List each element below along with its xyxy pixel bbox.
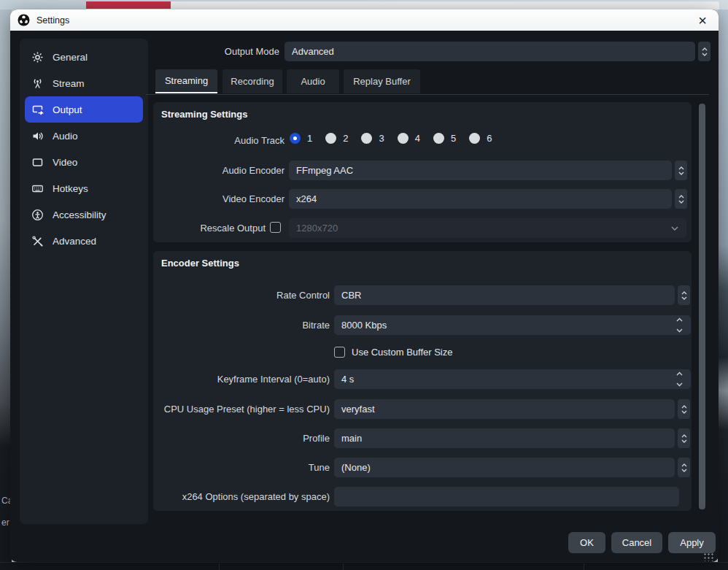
- keyboard-icon: [31, 182, 44, 195]
- chevron-up-down-icon: [681, 404, 688, 415]
- rescale-output-checkbox[interactable]: [270, 222, 281, 233]
- dock-separator: [584, 563, 584, 570]
- sidebar-item-general[interactable]: General: [25, 44, 143, 70]
- sidebar-item-label: Video: [53, 157, 77, 168]
- chevron-up-down-icon: [681, 463, 688, 473]
- audio-track-radio-5[interactable]: [433, 133, 444, 144]
- accessibility-icon: [31, 209, 44, 221]
- background-window-bar: [86, 1, 719, 9]
- sidebar-item-stream[interactable]: Stream: [25, 70, 143, 96]
- video-encoder-spinner[interactable]: [675, 189, 687, 209]
- close-icon[interactable]: ×: [694, 13, 711, 28]
- sidebar-item-accessibility[interactable]: Accessibility: [25, 201, 143, 228]
- chevron-down-icon: [670, 225, 679, 232]
- tab-streaming[interactable]: Streaming: [155, 69, 217, 93]
- tab-label: Audio: [301, 76, 325, 87]
- tab-label: Streaming: [165, 75, 208, 86]
- rescale-resolution-select[interactable]: 1280x720: [289, 218, 686, 238]
- resize-grip[interactable]: [703, 552, 713, 561]
- tab-label: Recording: [231, 76, 274, 87]
- x264-options-input[interactable]: [334, 487, 679, 507]
- output-mode-select[interactable]: Advanced: [284, 42, 695, 61]
- chevron-down-icon: [675, 382, 684, 388]
- sidebar-item-label: Hotkeys: [53, 183, 88, 194]
- audio-track-radio-3[interactable]: [361, 133, 372, 144]
- audio-encoder-select[interactable]: FFmpeg AAC: [289, 161, 672, 180]
- sidebar-item-video[interactable]: Video: [25, 149, 143, 175]
- video-encoder-select[interactable]: x264: [289, 189, 672, 209]
- use-custom-buffer-checkbox[interactable]: [334, 347, 345, 358]
- bitrate-spinbox[interactable]: 8000 Kbps: [334, 315, 691, 335]
- radio-label: 3: [379, 133, 384, 144]
- audio-encoder-label: Audio Encoder: [160, 165, 284, 176]
- audio-track-radios: 1 2 3 4 5 6: [290, 133, 498, 144]
- audio-encoder-value: FFmpeg AAC: [296, 165, 353, 176]
- chevron-up-down-icon: [678, 166, 685, 176]
- sidebar-item-label: Output: [53, 104, 82, 115]
- tab-row-divider: [146, 94, 709, 95]
- dialog-titlebar[interactable]: Settings ×: [10, 9, 719, 31]
- cpu-usage-preset-select[interactable]: veryfast: [334, 399, 675, 419]
- tab-recording[interactable]: Recording: [222, 69, 282, 93]
- sidebar-item-output[interactable]: Output: [25, 96, 143, 123]
- desktop: Ca er Settings × General: [0, 0, 728, 570]
- sidebar-item-advanced[interactable]: Advanced: [25, 228, 143, 254]
- rate-control-select[interactable]: CBR: [334, 285, 675, 305]
- audio-track-radio-4[interactable]: [398, 133, 408, 144]
- output-mode-spinner[interactable]: [698, 42, 710, 61]
- keyframe-interval-label: Keyframe Interval (0=auto): [160, 374, 330, 385]
- desktop-right-strip: [718, 9, 728, 570]
- dialog-title: Settings: [36, 15, 69, 26]
- audio-track-radio-6[interactable]: [469, 133, 480, 144]
- tune-spinner[interactable]: [678, 458, 690, 477]
- profile-spinner[interactable]: [678, 428, 690, 448]
- ok-button[interactable]: OK: [568, 532, 605, 553]
- use-custom-buffer-label: Use Custom Buffer Size: [352, 347, 452, 358]
- sidebar-item-label: Stream: [53, 78, 85, 89]
- output-mode-value: Advanced: [292, 46, 334, 57]
- dock-separator: [343, 563, 344, 570]
- tune-label: Tune: [160, 462, 330, 473]
- broadcast-icon: [31, 77, 44, 90]
- dock-separator: [219, 563, 220, 570]
- audio-encoder-spinner[interactable]: [675, 161, 687, 180]
- encoder-settings-group: Encoder Settings Rate Control CBR Bitrat…: [153, 251, 692, 511]
- output-icon: [31, 104, 44, 116]
- rescale-output-label: Rescale Output: [160, 223, 266, 234]
- section-title: Encoder Settings: [161, 258, 239, 269]
- audio-track-radio-1[interactable]: [290, 133, 301, 144]
- tab-replay-buffer[interactable]: Replay Buffer: [344, 69, 420, 93]
- radio-label: 1: [307, 133, 312, 144]
- radio-label: 6: [487, 133, 492, 144]
- chevron-down-icon: [675, 328, 684, 334]
- tab-audio[interactable]: Audio: [287, 69, 339, 93]
- x264-options-label: x264 Options (separated by space): [160, 491, 330, 502]
- cpu-usage-preset-spinner[interactable]: [678, 399, 690, 419]
- button-label: Apply: [680, 537, 704, 548]
- vertical-scrollbar[interactable]: [699, 104, 705, 509]
- cancel-button[interactable]: Cancel: [611, 532, 662, 553]
- radio-label: 4: [415, 133, 420, 144]
- streaming-settings-group: Streaming Settings Audio Track 1 2 3 4 5…: [153, 102, 692, 242]
- audio-track-radio-2[interactable]: [325, 133, 336, 144]
- background-red-tab: [86, 1, 171, 9]
- rate-control-spinner[interactable]: [678, 285, 690, 305]
- chevron-up-icon: [675, 371, 684, 377]
- cpu-usage-preset-value: veryfast: [341, 404, 375, 415]
- obs-logo-icon: [18, 14, 30, 26]
- keyframe-interval-spinbox[interactable]: 4 s: [334, 369, 691, 389]
- rate-control-value: CBR: [341, 290, 361, 301]
- bitrate-arrows[interactable]: [675, 317, 684, 334]
- keyframe-arrows[interactable]: [675, 371, 684, 388]
- sidebar-item-hotkeys[interactable]: Hotkeys: [25, 175, 143, 201]
- cpu-usage-preset-label: CPU Usage Preset (higher = less CPU): [160, 404, 330, 415]
- tune-value: (None): [341, 462, 371, 473]
- chevron-up-down-icon: [681, 290, 688, 301]
- sidebar-item-label: General: [53, 52, 88, 63]
- apply-button[interactable]: Apply: [668, 532, 716, 553]
- sidebar-item-label: Audio: [53, 131, 78, 142]
- profile-select[interactable]: main: [334, 428, 675, 448]
- tune-select[interactable]: (None): [334, 458, 675, 477]
- chevron-up-down-icon: [701, 47, 708, 57]
- sidebar-item-audio[interactable]: Audio: [25, 123, 143, 149]
